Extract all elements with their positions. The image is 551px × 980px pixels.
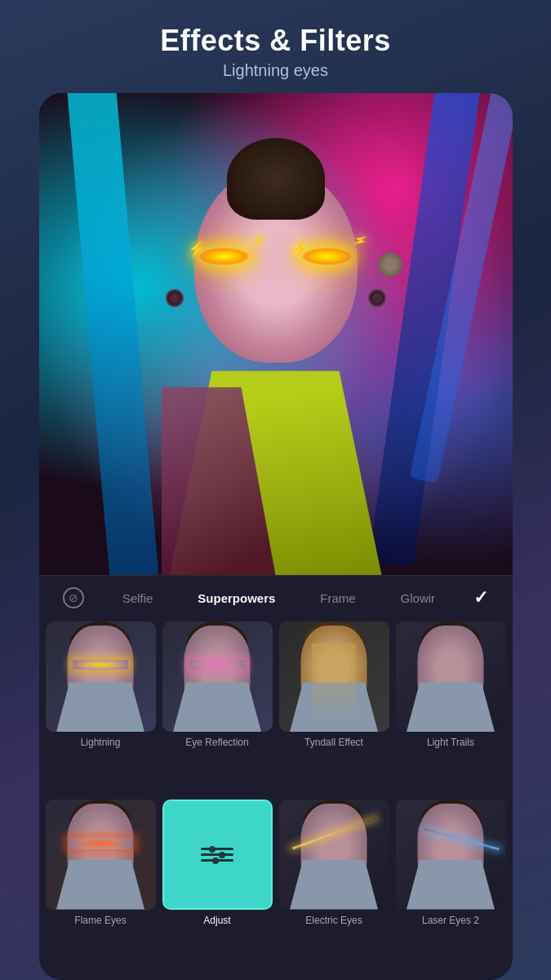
page-title: Effects & Filters [16, 23, 535, 58]
effect-item-light-trails[interactable]: Light Trails [396, 621, 506, 792]
effect-thumb-eye-reflection [162, 621, 273, 732]
header: Effects & Filters Lightning eyes [0, 0, 551, 93]
adjust-line-1 [201, 848, 233, 850]
tab-frame[interactable]: Frame [313, 588, 362, 608]
earring-left [166, 289, 184, 307]
thumb-body [56, 682, 144, 732]
effect-label-laser-eyes-2: Laser Eyes 2 [422, 915, 479, 926]
thumb-body [407, 860, 495, 910]
effect-item-tyndall[interactable]: Tyndall Effect [279, 621, 389, 792]
effect-thumb-electric-eyes [279, 800, 389, 910]
adjust-line-3 [201, 859, 233, 862]
person-hair [227, 138, 325, 220]
ear-decoration [378, 252, 402, 277]
effect-preview-tyndall [279, 621, 389, 732]
photo-area [39, 93, 513, 575]
effect-item-lightning[interactable]: Lightning [46, 621, 156, 792]
effect-item-electric-eyes[interactable]: Electric Eyes [279, 800, 389, 970]
thumb-body [290, 860, 378, 910]
cancel-button[interactable]: ⊘ [63, 587, 84, 608]
person-body [162, 330, 390, 575]
tab-selfie[interactable]: Selfie [116, 588, 160, 608]
effect-label-tyndall: Tyndall Effect [304, 737, 363, 748]
page-subtitle: Lightning eyes [16, 61, 535, 80]
phone-frame: ⊘ Selfie Superpowers Frame Glowir ✓ Ligh… [39, 93, 513, 980]
effect-preview-electric-eyes [279, 800, 389, 910]
effect-label-light-trails: Light Trails [427, 737, 474, 748]
effect-thumb-flame-eyes [46, 800, 156, 910]
effect-item-laser-eyes-2[interactable]: Laser Eyes 2 [396, 800, 506, 970]
thumb-body [290, 682, 378, 732]
effect-preview-eye-reflection [162, 621, 273, 732]
effect-thumb-light-trails [396, 621, 506, 732]
effect-label-eye-reflection: Eye Reflection [185, 737, 248, 748]
effect-label-electric-eyes: Electric Eyes [305, 915, 362, 926]
effect-label-lightning-eyes: Adjust [203, 915, 230, 926]
thumb-body [407, 682, 495, 732]
effect-preview-laser-eyes-2 [396, 800, 506, 910]
right-eye-glow [302, 248, 351, 265]
effect-preview-lightning [46, 621, 156, 732]
tab-superpowers[interactable]: Superpowers [191, 588, 282, 608]
effect-label-flame-eyes: Flame Eyes [74, 915, 126, 926]
effect-thumb-lightning-eyes [162, 800, 273, 910]
confirm-button[interactable]: ✓ [473, 587, 488, 608]
cancel-icon: ⊘ [69, 591, 78, 604]
effect-thumb-laser-eyes-2 [396, 800, 506, 910]
adjust-icon [201, 801, 233, 908]
effect-preview-lightning-eyes [164, 801, 271, 908]
effect-item-lightning-eyes[interactable]: Adjust [162, 800, 273, 970]
effect-thumb-lightning [46, 621, 156, 732]
effects-grid: Lightning Eye Reflection Tyndall Eff [39, 615, 513, 980]
earring-right [368, 289, 386, 307]
thumb-body [173, 682, 261, 732]
adjust-line-2 [201, 853, 233, 856]
lightning-eyes-effect [174, 248, 378, 265]
tab-glowir[interactable]: Glowir [394, 588, 442, 608]
effect-label-lightning: Lightning [81, 737, 121, 748]
effect-preview-light-trails [396, 621, 506, 732]
effect-preview-flame-eyes [46, 800, 156, 910]
thumb-body [56, 860, 144, 910]
controls-bar: ⊘ Selfie Superpowers Frame Glowir ✓ [39, 575, 513, 615]
effect-item-flame-eyes[interactable]: Flame Eyes [46, 800, 156, 970]
effect-thumb-tyndall [279, 621, 389, 732]
left-eye-glow [200, 248, 249, 265]
effect-item-eye-reflection[interactable]: Eye Reflection [162, 621, 273, 792]
